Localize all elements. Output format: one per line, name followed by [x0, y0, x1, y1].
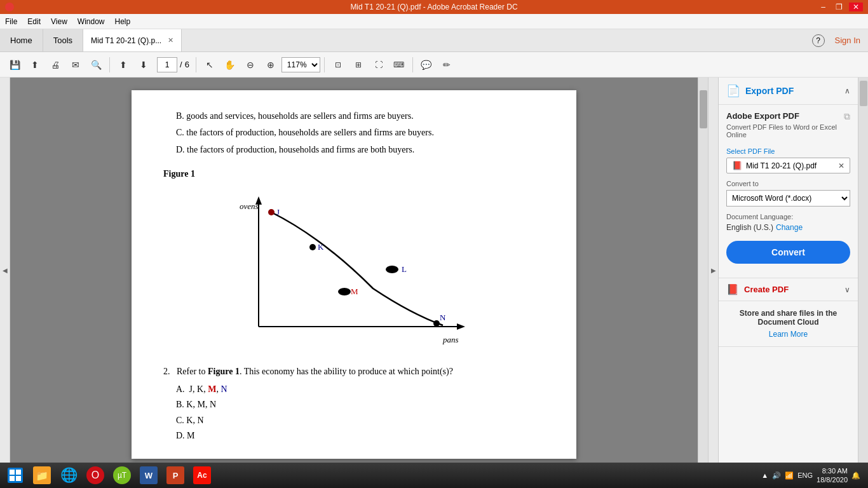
- export-pdf-section[interactable]: 📄 Export PDF ∧: [719, 78, 858, 105]
- cloud-title: Store and share files in the Document Cl…: [726, 309, 850, 327]
- page-navigation: / 6: [157, 57, 189, 72]
- svg-text:L: L: [402, 264, 407, 274]
- question-2-text: 2. Refer to Figure 1. This economy has t…: [163, 365, 545, 379]
- convert-button[interactable]: Convert: [726, 241, 850, 264]
- right-scroll-thumb[interactable]: [860, 81, 867, 106]
- create-pdf-icon: 📕: [726, 283, 739, 295]
- menu-edit[interactable]: Edit: [27, 17, 41, 26]
- prev-page-button[interactable]: ⬆: [114, 55, 133, 74]
- option-b-text: B. goods and services, households are se…: [176, 109, 545, 123]
- cloud-section: Store and share files in the Document Cl…: [719, 301, 858, 347]
- right-panel-scrollbar[interactable]: [858, 78, 868, 463]
- fit-width-button[interactable]: ⊞: [349, 55, 368, 74]
- network-icon[interactable]: 📶: [785, 471, 794, 480]
- restore-button[interactable]: ❐: [832, 3, 846, 11]
- scroll-track: [698, 78, 708, 463]
- help-button[interactable]: ?: [812, 34, 825, 47]
- full-screen-button[interactable]: ⛶: [369, 55, 388, 74]
- chrome-button[interactable]: 🌐: [56, 464, 81, 486]
- lang-label-text: Document Language:: [726, 213, 793, 220]
- pdf-page: B. goods and services, households are se…: [132, 90, 576, 459]
- word-button[interactable]: W: [136, 464, 161, 486]
- zoom-select[interactable]: 117% 100% 75% 150%: [281, 57, 320, 72]
- svg-point-10: [386, 266, 398, 273]
- system-tray: ▲ 🔊 📶 ENG 8:30 AM 18/8/2020 🔔: [756, 466, 865, 485]
- menu-view[interactable]: View: [51, 17, 67, 26]
- notification-icon[interactable]: 🔔: [851, 471, 860, 480]
- right-scroll-arrow[interactable]: ▶: [708, 78, 718, 463]
- answer-c: C. K, N: [176, 414, 545, 428]
- question-number: 2.: [163, 367, 170, 376]
- pdf-area[interactable]: B. goods and services, households are se…: [10, 78, 698, 463]
- tab-file[interactable]: Mid T1 20-21 (Q).p... ✕: [83, 29, 182, 51]
- right-panel: 📄 Export PDF ∧ Adobe Export PDF Convert …: [718, 78, 858, 463]
- page-separator: /: [180, 60, 182, 69]
- learn-more-link[interactable]: Learn More: [769, 330, 808, 339]
- window-controls: – ❐ ✕: [817, 3, 863, 11]
- close-button[interactable]: ✕: [849, 3, 863, 11]
- adobe-export-title: Adobe Export PDF: [726, 111, 844, 121]
- tab-bar: Home Tools Mid T1 20-21 (Q).p... ✕ ? Sig…: [0, 29, 868, 52]
- left-scroll-indicator[interactable]: ◀: [0, 78, 10, 463]
- scroll-thumb[interactable]: [700, 90, 707, 128]
- systray-arrow[interactable]: ▲: [761, 471, 768, 479]
- figure-1-graph: ovens pans J K L M: [208, 187, 500, 352]
- answer-d: D. M: [176, 429, 545, 443]
- save-button[interactable]: 💾: [5, 55, 24, 74]
- acrobat-button[interactable]: Ac: [189, 464, 215, 486]
- search-button[interactable]: 🔍: [86, 55, 105, 74]
- start-button[interactable]: [3, 464, 28, 486]
- clock[interactable]: 8:30 AM 18/8/2020: [817, 466, 848, 485]
- file-name: Mid T1 20-21 (Q).pdf: [746, 161, 817, 170]
- sign-in-button[interactable]: Sign In: [835, 36, 860, 45]
- menu-file[interactable]: File: [5, 17, 17, 26]
- file-remove-button[interactable]: ✕: [838, 161, 844, 170]
- svg-text:pans: pans: [442, 335, 459, 344]
- answer-a: A. J, K, M, N: [176, 383, 545, 396]
- upload-button[interactable]: ⬆: [25, 55, 44, 74]
- tab-close-button[interactable]: ✕: [168, 36, 173, 44]
- next-page-button[interactable]: ⬇: [134, 55, 153, 74]
- convert-to-select[interactable]: Microsoft Word (*.docx) Microsoft Excel …: [726, 190, 850, 207]
- app-small-icon: [5, 3, 14, 11]
- speaker-icon[interactable]: 🔊: [772, 471, 781, 480]
- zoom-out-button[interactable]: ⊖: [241, 55, 260, 74]
- sign-button[interactable]: ✏: [437, 55, 456, 74]
- minimize-button[interactable]: –: [817, 3, 829, 11]
- utorrent-button[interactable]: µT: [109, 464, 135, 486]
- rotate-button[interactable]: ⌨: [390, 55, 409, 74]
- file-explorer-button[interactable]: 📁: [29, 464, 55, 486]
- create-pdf-title: Create PDF: [744, 285, 839, 294]
- toolbar-separator-1: [109, 57, 110, 72]
- select-tool-button[interactable]: ↖: [200, 55, 219, 74]
- page-number-input[interactable]: [157, 57, 177, 72]
- graph-container: ovens pans J K L M: [163, 187, 545, 352]
- hand-tool-button[interactable]: ✋: [220, 55, 240, 74]
- zoom-in-button[interactable]: ⊕: [261, 55, 280, 74]
- powerpoint-button[interactable]: P: [163, 464, 188, 486]
- clock-date: 18/8/2020: [817, 475, 848, 484]
- email-button[interactable]: ✉: [66, 55, 85, 74]
- svg-text:ovens: ovens: [240, 201, 259, 211]
- file-icon: 📕: [732, 161, 742, 170]
- tab-tools[interactable]: Tools: [43, 29, 83, 51]
- question-2: 2. Refer to Figure 1. This economy has t…: [163, 365, 545, 444]
- print-button[interactable]: 🖨: [46, 55, 65, 74]
- menu-help[interactable]: Help: [115, 17, 131, 26]
- doc-language-label: Document Language:: [726, 213, 850, 220]
- adobe-export-section: Adobe Export PDF Convert PDF Files to Wo…: [719, 105, 858, 278]
- comment-button[interactable]: 💬: [417, 55, 436, 74]
- select-file-label: Select PDF File: [726, 147, 850, 155]
- create-pdf-section[interactable]: 📕 Create PDF ∨: [719, 278, 858, 301]
- pdf-scrollbar[interactable]: [698, 78, 708, 463]
- menu-window[interactable]: Window: [78, 17, 105, 26]
- change-language-link[interactable]: Change: [776, 223, 803, 232]
- copy-icon: ⧉: [844, 111, 850, 122]
- tab-right-controls: ? Sign In: [804, 29, 868, 51]
- tab-file-label: Mid T1 20-21 (Q).p...: [91, 36, 161, 45]
- opera-button[interactable]: O: [83, 464, 108, 486]
- export-pdf-title: Export PDF: [745, 86, 839, 96]
- fit-page-button[interactable]: ⊡: [329, 55, 348, 74]
- toolbar-separator-4: [412, 57, 413, 72]
- tab-home[interactable]: Home: [0, 29, 43, 51]
